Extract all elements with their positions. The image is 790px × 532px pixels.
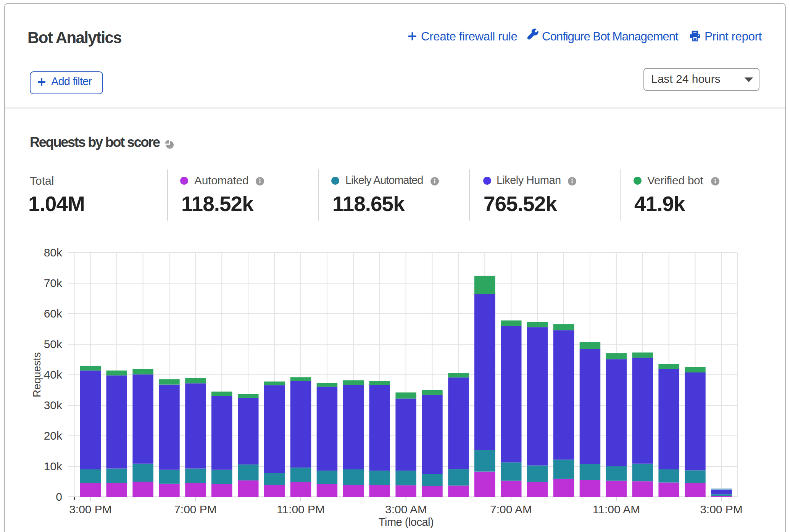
svg-text:11:00 AM: 11:00 AM — [593, 503, 640, 516]
svg-text:3:00 PM: 3:00 PM — [69, 503, 112, 516]
svg-text:3:00 PM: 3:00 PM — [700, 503, 743, 516]
svg-text:60k: 60k — [44, 307, 63, 320]
svg-text:40k: 40k — [44, 368, 63, 381]
svg-text:3:00 AM: 3:00 AM — [385, 503, 427, 516]
svg-text:0: 0 — [56, 490, 62, 503]
svg-text:10k: 10k — [44, 460, 63, 472]
svg-text:80k: 80k — [44, 246, 63, 259]
svg-text:Time (local): Time (local) — [379, 516, 434, 528]
svg-text:11:00 PM: 11:00 PM — [277, 503, 325, 516]
svg-text:7:00 AM: 7:00 AM — [490, 503, 532, 516]
svg-text:7:00 PM: 7:00 PM — [174, 503, 217, 516]
svg-text:20k: 20k — [44, 429, 63, 442]
svg-text:50k: 50k — [44, 338, 63, 350]
svg-text:30k: 30k — [44, 399, 63, 411]
svg-text:Requests: Requests — [31, 352, 43, 397]
svg-text:70k: 70k — [44, 277, 63, 289]
